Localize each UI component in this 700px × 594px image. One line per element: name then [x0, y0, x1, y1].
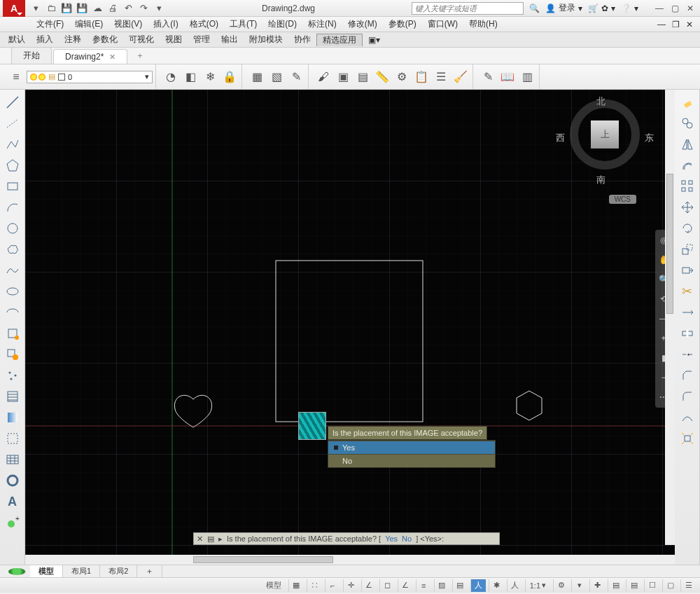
ribbon-tab-visualize[interactable]: 可视化: [123, 34, 160, 46]
copy-icon[interactable]: [678, 113, 697, 133]
status-mon-icon[interactable]: ✚: [589, 579, 605, 592]
cmd-history-icon[interactable]: ▤: [207, 534, 214, 544]
layer-combo[interactable]: ▤ 0 ▾: [27, 71, 153, 83]
arc-icon[interactable]: [3, 198, 22, 217]
status-annoauto-icon[interactable]: ✱: [489, 579, 504, 592]
status-osnap-icon[interactable]: ◻: [379, 579, 395, 592]
blend-icon[interactable]: [678, 408, 697, 427]
doc-tab-drawing2[interactable]: Drawing2*✕: [53, 49, 127, 64]
menu-param[interactable]: 参数(P): [383, 18, 422, 30]
doc-minimize-button[interactable]: —: [655, 20, 668, 29]
status-qp-icon[interactable]: ▤: [608, 579, 623, 592]
tab-model[interactable]: 模型: [30, 565, 63, 577]
status-ws-icon[interactable]: ⚙: [553, 579, 568, 592]
circle-icon[interactable]: [3, 219, 22, 238]
add-selected-icon[interactable]: +: [3, 513, 22, 532]
construction-line-icon[interactable]: [3, 113, 22, 133]
status-annoscale-icon[interactable]: 人: [507, 579, 522, 592]
utilities-icon[interactable]: ⚙: [393, 68, 411, 86]
hatch-icon[interactable]: [3, 387, 22, 406]
command-line[interactable]: ✕ ▤ ▸ Is the placement of this IMAGE acc…: [193, 532, 500, 545]
match-prop-icon[interactable]: 🖌: [314, 68, 332, 86]
view-update-icon[interactable]: 📖: [498, 68, 517, 86]
viewcube-top[interactable]: 上: [591, 120, 619, 148]
paste-icon[interactable]: 📋: [412, 68, 430, 86]
mtext-icon[interactable]: A: [3, 492, 22, 511]
horizontal-scrollbar[interactable]: [25, 555, 675, 565]
stretch-icon[interactable]: [678, 261, 697, 280]
spline-icon[interactable]: [3, 261, 22, 280]
block-insert-icon[interactable]: ▦: [248, 68, 266, 86]
extend-icon[interactable]: [678, 303, 697, 322]
add-tab-button[interactable]: ＋: [129, 48, 151, 64]
signin-label[interactable]: 登录: [559, 2, 575, 14]
layout-icon[interactable]: ▥: [518, 68, 536, 86]
ellipse-icon[interactable]: [3, 282, 22, 301]
prompt-option-no[interactable]: No: [328, 454, 495, 467]
menu-edit[interactable]: 编辑(E): [69, 18, 108, 30]
store-caret-icon[interactable]: ▾: [611, 4, 615, 13]
app-menu-icon[interactable]: A: [3, 0, 25, 17]
measure-icon[interactable]: 📏: [373, 68, 391, 86]
polyline-icon[interactable]: [3, 134, 22, 154]
menu-modify[interactable]: 修改(M): [342, 18, 383, 30]
join-icon[interactable]: +: [678, 345, 697, 364]
prompt-option-yes[interactable]: Yes: [328, 441, 495, 454]
view-base-icon[interactable]: ✎: [479, 68, 497, 86]
status-otrack-icon[interactable]: ∠: [398, 579, 413, 592]
ribbon-tab-annotate[interactable]: 注释: [59, 34, 87, 46]
gradient-icon[interactable]: [3, 408, 22, 427]
break-icon[interactable]: [678, 324, 697, 343]
status-ui-icon[interactable]: ▤: [626, 579, 641, 592]
menu-format[interactable]: 格式(O): [184, 18, 224, 30]
status-polar-icon[interactable]: ✛: [343, 579, 358, 592]
properties-icon[interactable]: ☰: [432, 68, 450, 86]
layer-states-icon[interactable]: ◔: [162, 68, 180, 86]
help-caret-icon[interactable]: ▾: [634, 4, 638, 13]
close-button[interactable]: ✕: [683, 3, 697, 14]
menu-dimension[interactable]: 标注(N): [302, 18, 342, 30]
ribbon-tab-manage[interactable]: 管理: [188, 34, 216, 46]
ribbon-tab-parametric[interactable]: 参数化: [87, 34, 123, 46]
menu-view[interactable]: 视图(V): [108, 18, 148, 30]
minimize-button[interactable]: —: [652, 3, 666, 14]
point-icon[interactable]: [3, 366, 22, 385]
cmd-close-icon[interactable]: ✕: [197, 534, 203, 544]
menu-file[interactable]: 文件(F): [31, 18, 69, 30]
ribbon-tab-addins[interactable]: 附加模块: [244, 34, 288, 46]
status-iso-icon[interactable]: ☐: [644, 579, 659, 592]
saveas-icon[interactable]: 💾: [76, 2, 88, 15]
save-icon[interactable]: 💾: [60, 2, 73, 15]
tab-layout1[interactable]: 布局1: [63, 565, 100, 577]
status-isodraft-icon[interactable]: ∠: [361, 579, 377, 592]
layer-properties-icon[interactable]: ≡: [7, 68, 25, 86]
rotate-icon[interactable]: [678, 219, 697, 238]
array-icon[interactable]: [678, 177, 697, 196]
doc-tab-start[interactable]: 开始: [11, 47, 52, 64]
offset-icon[interactable]: [678, 156, 697, 175]
donut-icon[interactable]: [3, 471, 22, 490]
tab-layout2[interactable]: 布局2: [100, 565, 137, 577]
group-icon[interactable]: ▣: [334, 68, 352, 86]
status-grid-icon[interactable]: ▦: [288, 579, 304, 592]
viewcube[interactable]: 北 上 西 东 南: [563, 99, 647, 198]
layer-caret-icon[interactable]: ▾: [145, 72, 149, 81]
ribbon-tab-view[interactable]: 视图: [160, 34, 188, 46]
status-ortho-icon[interactable]: ⌐: [325, 579, 340, 592]
wcs-badge[interactable]: WCS: [609, 195, 636, 204]
status-annomon-icon[interactable]: 人: [470, 579, 486, 592]
menu-draw[interactable]: 绘图(D): [262, 18, 302, 30]
help-icon[interactable]: ❔: [621, 4, 631, 13]
revcloud-icon[interactable]: [3, 240, 22, 259]
cart-icon[interactable]: 🛒: [588, 4, 598, 13]
mirror-icon[interactable]: [678, 134, 697, 154]
ungroup-icon[interactable]: ▤: [354, 68, 372, 86]
status-scale[interactable]: 1:1▾: [525, 579, 550, 592]
doc-close-button[interactable]: ✕: [683, 20, 696, 29]
scale-icon[interactable]: [678, 240, 697, 259]
layer-iso-icon[interactable]: ◧: [181, 68, 200, 86]
ribbon-tab-collab[interactable]: 协作: [288, 34, 316, 46]
fillet-icon[interactable]: [678, 387, 697, 406]
line-icon[interactable]: [3, 92, 22, 112]
chamfer-icon[interactable]: [678, 366, 697, 385]
